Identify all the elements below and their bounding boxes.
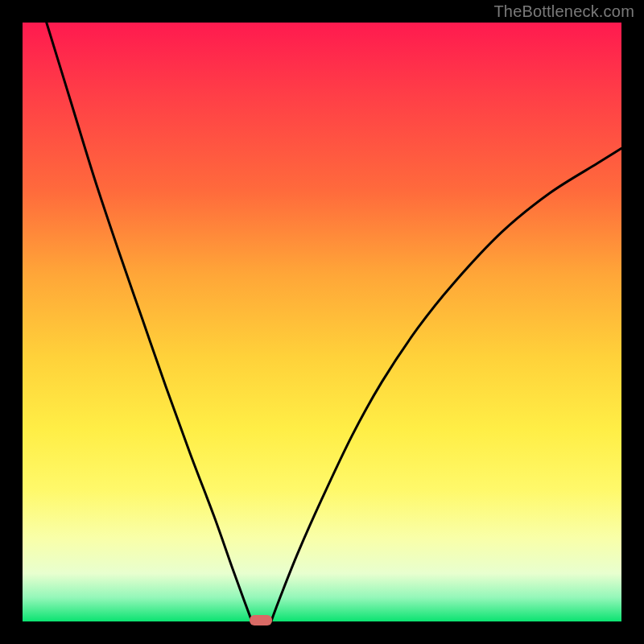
chart-frame: TheBottleneck.com (0, 0, 644, 644)
curve-left-limb (47, 23, 252, 621)
curve-right-limb (271, 148, 621, 621)
plot-area (23, 23, 621, 621)
watermark-text: TheBottleneck.com (493, 2, 634, 21)
minimum-marker (250, 615, 272, 625)
curve-overlay (23, 23, 621, 621)
